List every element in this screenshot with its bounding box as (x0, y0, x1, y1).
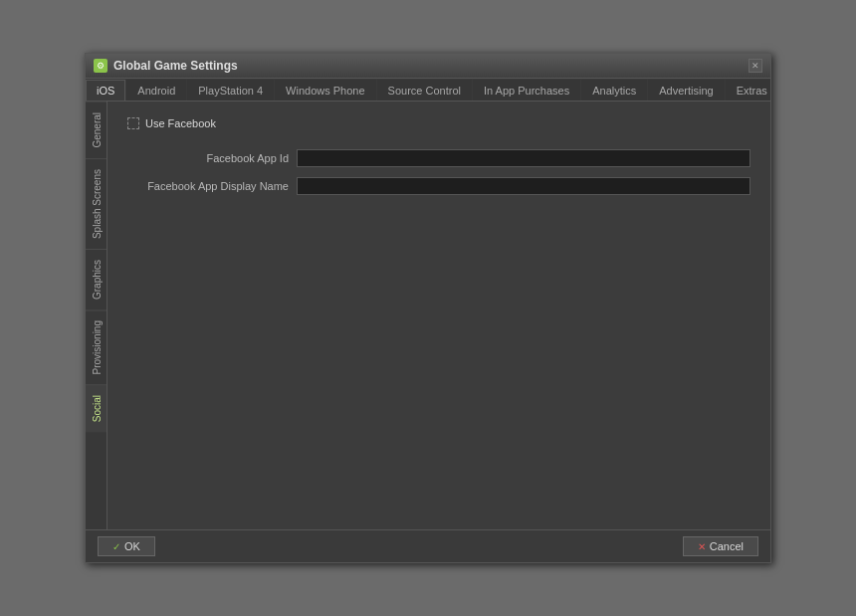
sidebar-item-graphics[interactable]: Graphics (86, 249, 107, 309)
tab-analytics[interactable]: Analytics (581, 80, 647, 101)
sidebar-item-general[interactable]: General (86, 102, 107, 158)
content-area: General Splash Screens Graphics Provisio… (86, 102, 770, 529)
window-icon: ⚙ (94, 59, 107, 73)
main-window: ⚙ Global Game Settings ✕ iOS Android Pla… (85, 53, 771, 563)
tab-windows-phone[interactable]: Windows Phone (275, 80, 376, 101)
cancel-label: Cancel (710, 540, 744, 552)
facebook-app-id-input[interactable] (297, 149, 750, 167)
tab-source-control[interactable]: Source Control (377, 80, 472, 101)
ok-label: OK (124, 540, 140, 552)
title-bar-left: ⚙ Global Game Settings (94, 59, 238, 73)
tab-extras[interactable]: Extras (726, 80, 770, 101)
ok-icon: ✓ (112, 541, 120, 552)
tab-advertising[interactable]: Advertising (648, 80, 724, 101)
close-button[interactable]: ✕ (749, 59, 762, 73)
tab-android[interactable]: Android (126, 80, 186, 101)
use-facebook-checkbox[interactable] (127, 117, 139, 129)
ok-button[interactable]: ✓ OK (98, 536, 155, 556)
footer-bar: ✓ OK ✕ Cancel (86, 529, 770, 562)
tab-in-app-purchases[interactable]: In App Purchases (473, 80, 580, 101)
tab-playstation4[interactable]: PlayStation 4 (187, 80, 274, 101)
sidebar-item-social[interactable]: Social (86, 384, 107, 432)
sidebar: General Splash Screens Graphics Provisio… (86, 102, 107, 529)
cancel-icon: ✕ (698, 541, 706, 552)
tabs-row: iOS Android PlayStation 4 Windows Phone … (86, 79, 770, 102)
facebook-app-id-label: Facebook App Id (127, 152, 297, 164)
facebook-app-id-row: Facebook App Id (127, 149, 750, 167)
title-bar: ⚙ Global Game Settings ✕ (86, 54, 770, 79)
sidebar-item-splash-screens[interactable]: Splash Screens (86, 158, 107, 249)
sidebar-item-provisioning[interactable]: Provisioning (86, 309, 107, 384)
cancel-button[interactable]: ✕ Cancel (683, 536, 758, 556)
use-facebook-label: Use Facebook (145, 117, 216, 129)
tab-ios[interactable]: iOS (86, 80, 125, 102)
main-content: Use Facebook Facebook App Id Facebook Ap… (107, 102, 770, 529)
facebook-app-display-name-label: Facebook App Display Name (127, 180, 297, 192)
use-facebook-row: Use Facebook (127, 117, 750, 129)
window-title: Global Game Settings (113, 59, 238, 73)
facebook-app-display-name-row: Facebook App Display Name (127, 177, 750, 195)
facebook-app-display-name-input[interactable] (297, 177, 750, 195)
